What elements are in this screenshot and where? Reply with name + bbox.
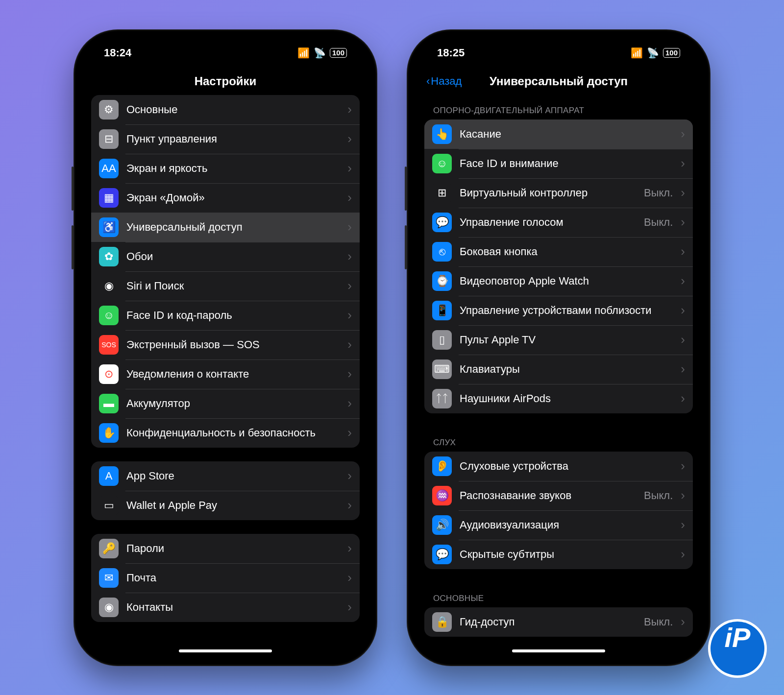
notch <box>507 38 610 58</box>
chevron-right-icon: › <box>681 614 685 629</box>
row-switch-control[interactable]: ⊞Виртуальный контроллерВыкл.› <box>424 178 693 208</box>
chevron-right-icon: › <box>347 278 352 293</box>
chevron-right-icon: › <box>681 547 685 562</box>
chevron-right-icon: › <box>681 244 685 259</box>
chevron-right-icon: › <box>347 570 352 585</box>
row-side-button[interactable]: ⎋Боковая кнопка› <box>424 237 693 266</box>
row-nearby-control[interactable]: 📱Управление устройствами поблизости› <box>424 296 693 325</box>
row-label: Экстренный вызов — SOS <box>126 338 340 352</box>
row-keyboards[interactable]: ⌨Клавиатуры› <box>424 355 693 384</box>
chevron-right-icon: › <box>347 498 352 513</box>
row-faceid-attention[interactable]: ☺Face ID и внимание› <box>424 149 693 178</box>
back-button[interactable]: ‹ Назад <box>426 75 462 88</box>
row-home-screen[interactable]: ▦Экран «Домой»› <box>91 183 360 213</box>
row-display[interactable]: AAЭкран и яркость› <box>91 154 360 183</box>
chevron-right-icon: › <box>681 458 685 474</box>
touch-icon: 👆 <box>432 124 452 144</box>
row-sos[interactable]: SOSЭкстренный вызов — SOS› <box>91 330 360 359</box>
chevron-right-icon: › <box>347 102 352 117</box>
chevron-right-icon: › <box>347 131 352 146</box>
row-hearing-devices[interactable]: 👂Слуховые устройства› <box>424 452 693 481</box>
settings-list[interactable]: ⚙Основные›⊟Пункт управления›AAЭкран и яр… <box>82 95 368 657</box>
row-apple-tv-remote[interactable]: ▯Пульт Apple TV› <box>424 325 693 355</box>
chevron-right-icon: › <box>347 468 352 483</box>
chevron-right-icon: › <box>347 190 352 205</box>
exposure-icon: ⊙ <box>99 364 119 384</box>
row-battery[interactable]: ▬Аккумулятор› <box>91 389 360 418</box>
chevron-right-icon: › <box>681 156 685 171</box>
chevron-right-icon: › <box>681 391 685 406</box>
airpods-icon: ᛏᛏ <box>432 389 452 408</box>
row-label: Клавиатуры <box>460 362 673 376</box>
row-audio-visual[interactable]: 🔊Аудиовизуализация› <box>424 510 693 540</box>
accessibility-icon: ♿ <box>99 217 119 237</box>
chevron-left-icon: ‹ <box>426 75 430 88</box>
accessibility-list[interactable]: Опорно-двигательный аппарат👆Касание›☺Fac… <box>416 95 702 657</box>
chevron-right-icon: › <box>347 219 352 235</box>
chevron-right-icon: › <box>681 488 685 503</box>
row-faceid[interactable]: ☺Face ID и код-пароль› <box>91 301 360 330</box>
row-privacy[interactable]: ✋Конфиденциальность и безопасность› <box>91 418 360 448</box>
keyboards-icon: ⌨ <box>432 359 452 379</box>
row-sound-recognition[interactable]: ♒Распознавание звуковВыкл.› <box>424 481 693 510</box>
page-title: Настройки <box>195 74 257 88</box>
chevron-right-icon: › <box>681 332 685 347</box>
row-accessibility[interactable]: ♿Универсальный доступ› <box>91 213 360 242</box>
row-label: Конфиденциальность и безопасность <box>126 426 340 440</box>
row-label: Пульт Apple TV <box>460 333 673 347</box>
home-indicator[interactable] <box>179 649 272 652</box>
siri-icon: ◉ <box>99 276 119 296</box>
row-label: Аккумулятор <box>126 397 340 410</box>
control-center-icon: ⊟ <box>99 129 119 149</box>
row-mail[interactable]: ✉Почта› <box>91 563 360 593</box>
chevron-right-icon: › <box>347 396 352 411</box>
row-passwords[interactable]: 🔑Пароли› <box>91 534 360 563</box>
row-appstore[interactable]: AApp Store› <box>91 461 360 491</box>
row-exposure[interactable]: ⊙Уведомления о контакте› <box>91 359 360 389</box>
voice-control-icon: 💬 <box>432 213 452 232</box>
wallet-icon: ▭ <box>99 496 119 515</box>
row-contacts[interactable]: ◉Контакты› <box>91 593 360 622</box>
row-general[interactable]: ⚙Основные› <box>91 95 360 124</box>
row-guided-access[interactable]: 🔒Гид-доступВыкл.› <box>424 607 693 637</box>
row-detail: Выкл. <box>644 216 673 229</box>
row-label: Контакты <box>126 600 340 614</box>
cellular-icon: 📶 <box>297 47 310 59</box>
chevron-right-icon: › <box>347 425 352 440</box>
appstore-icon: A <box>99 466 119 486</box>
chevron-right-icon: › <box>347 541 352 556</box>
row-voice-control[interactable]: 💬Управление голосомВыкл.› <box>424 208 693 237</box>
status-time: 18:25 <box>437 47 465 59</box>
row-detail: Выкл. <box>644 616 673 628</box>
row-airpods[interactable]: ᛏᛏНаушники AirPods› <box>424 384 693 413</box>
row-siri[interactable]: ◉Siri и Поиск› <box>91 271 360 301</box>
battery-icon: 100 <box>330 48 347 58</box>
chevron-right-icon: › <box>681 126 685 142</box>
subtitles-icon: 💬 <box>432 545 452 564</box>
row-label: Face ID и внимание <box>460 157 673 170</box>
row-label: Siri и Поиск <box>126 279 340 293</box>
chevron-right-icon: › <box>347 599 352 615</box>
section-header: Основные <box>424 583 693 607</box>
chevron-right-icon: › <box>347 337 352 352</box>
general-icon: ⚙ <box>99 100 119 120</box>
row-label: Наушники AirPods <box>460 392 673 406</box>
faceid-attention-icon: ☺ <box>432 154 452 173</box>
home-indicator[interactable] <box>512 649 605 652</box>
row-wallpaper[interactable]: ✿Обои› <box>91 242 360 271</box>
page-title: Универсальный доступ <box>490 74 628 88</box>
row-subtitles[interactable]: 💬Скрытые субтитры› <box>424 540 693 569</box>
row-touch[interactable]: 👆Касание› <box>424 120 693 149</box>
row-label: Гид-доступ <box>460 615 636 629</box>
row-watch-mirror[interactable]: ⌚Видеоповтор Apple Watch› <box>424 266 693 296</box>
mail-icon: ✉ <box>99 568 119 588</box>
row-wallet[interactable]: ▭Wallet и Apple Pay› <box>91 491 360 520</box>
section-header: Слух <box>424 427 693 452</box>
row-label: Аудиовизуализация <box>460 518 673 532</box>
row-control-center[interactable]: ⊟Пункт управления› <box>91 124 360 154</box>
row-detail: Выкл. <box>644 489 673 502</box>
chevron-right-icon: › <box>681 215 685 230</box>
notch <box>174 38 277 58</box>
phone-right: 18:25 📶 📡 100 ‹ Назад Универсальный дост… <box>407 29 710 666</box>
nav-bar: Настройки <box>82 68 368 95</box>
